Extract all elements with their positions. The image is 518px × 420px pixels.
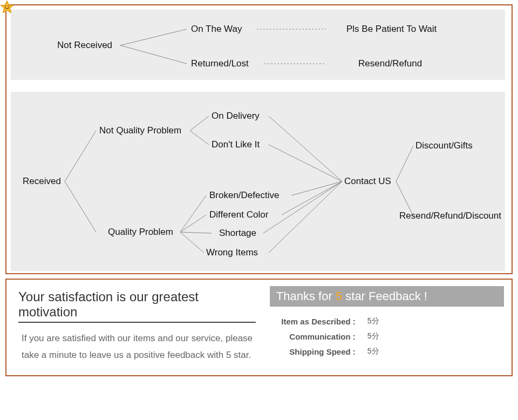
rating-score: 5分	[367, 347, 379, 356]
root-received: Received	[23, 176, 61, 187]
svg-line-9	[180, 215, 206, 232]
leaf-wrong-items: Wrong Items	[206, 247, 258, 258]
outcome-resend-refund: Resend/Refund	[358, 58, 422, 69]
root-not-received: Not Received	[57, 40, 112, 51]
svg-line-6	[190, 116, 209, 131]
node-returned-lost: Returned/Lost	[191, 58, 249, 69]
leaf-dont-like: Don't Like It	[212, 139, 260, 150]
outcome-patient: Pls Be Patient To Wait	[346, 24, 437, 35]
node-quality: Quality Problem	[108, 227, 173, 238]
svg-line-11	[180, 232, 204, 253]
feedback-heading: Your satisfaction is our greatest motiva…	[14, 286, 260, 322]
svg-line-13	[269, 145, 342, 181]
thanks-prefix: Thanks for	[276, 289, 336, 303]
panel-received: Received Not Quality Problem Quality Pro…	[11, 92, 505, 271]
svg-line-14	[291, 181, 342, 195]
svg-line-8	[180, 195, 206, 232]
svg-line-0	[120, 29, 187, 45]
thanks-five: 5	[336, 289, 342, 303]
leaf-broken: Broken/Defective	[209, 190, 279, 201]
decision-frame: Not Received On The Way Returned/Lost Pl…	[5, 4, 513, 274]
svg-line-18	[396, 146, 413, 181]
heading-underline	[18, 322, 256, 323]
hub-contact-us: Contact US	[344, 176, 391, 187]
rating-row: Shipping Speed : 5分	[272, 347, 502, 356]
svg-line-15	[282, 181, 342, 215]
rating-row: Communication : 5分	[272, 331, 502, 341]
svg-line-12	[269, 116, 342, 181]
rating-label: Item as Described :	[272, 317, 356, 326]
feedback-frame: Your satisfaction is our greatest motiva…	[5, 279, 513, 376]
feedback-right: Thanks for 5 star Feedback ! Item as Des…	[270, 286, 504, 369]
svg-line-5	[65, 181, 96, 232]
leaf-different-color: Different Color	[209, 209, 268, 220]
feedback-left: Your satisfaction is our greatest motiva…	[14, 286, 260, 369]
svg-line-4	[65, 131, 96, 181]
rating-score: 5分	[367, 316, 379, 326]
svg-line-10	[180, 232, 212, 233]
node-on-the-way: On The Way	[191, 24, 242, 35]
leaf-shortage: Shortage	[219, 228, 256, 239]
rating-label: Shipping Speed :	[272, 347, 356, 356]
rating-score: 5分	[367, 331, 379, 341]
panel-not-received: Not Received On The Way Returned/Lost Pl…	[11, 10, 505, 80]
thanks-bar: Thanks for 5 star Feedback !	[270, 286, 504, 307]
svg-line-7	[190, 131, 209, 145]
node-not-quality: Not Quality Problem	[99, 125, 181, 136]
outcome-discount-gifts: Discount/Gifts	[415, 140, 473, 151]
svg-line-17	[269, 181, 342, 253]
thanks-suffix: star Feedback !	[342, 289, 427, 303]
leaf-on-delivery: On Delivery	[212, 111, 260, 121]
rating-label: Communication :	[272, 332, 356, 341]
svg-line-16	[263, 181, 342, 233]
feedback-body: If you are satisfied with our items and …	[14, 328, 260, 369]
rating-row: Item as Described : 5分	[272, 316, 502, 326]
svg-line-1	[120, 45, 187, 64]
ratings-block: Item as Described : 5分 Communication :	[270, 307, 504, 366]
outcome-resend-refund-discount: Resend/Refund/Discount	[399, 211, 501, 221]
